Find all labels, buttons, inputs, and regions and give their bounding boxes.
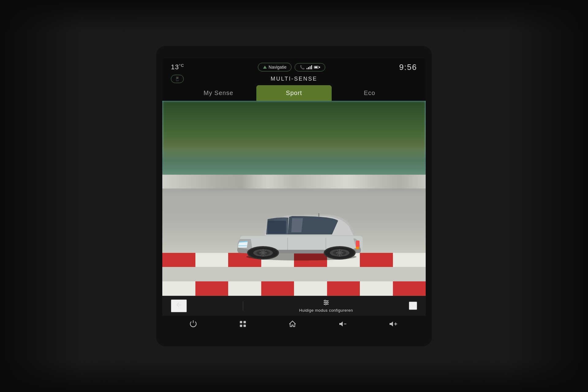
navigation-button[interactable]: Navigatie — [258, 63, 292, 71]
svg-rect-34 — [243, 325, 246, 327]
nav-vol-up-button[interactable] — [385, 319, 402, 329]
screen-title: MULTI-SENSE — [271, 76, 318, 82]
tab-my-sense[interactable]: My Sense — [181, 85, 256, 101]
phone-button[interactable]: 📞 — [295, 63, 325, 71]
second-bar: 📱 MULTI-SENSE — [162, 74, 426, 85]
bottom-nav — [162, 316, 426, 334]
nav-power-button[interactable] — [186, 319, 201, 329]
signal-bars — [307, 65, 312, 69]
navigation-label: Navigatie — [269, 65, 286, 70]
svg-point-28 — [324, 300, 326, 302]
configure-button[interactable]: Huidige modus configureren — [299, 299, 353, 313]
battery-tip — [319, 67, 320, 68]
mode-image-area — [162, 101, 426, 296]
signal-bar-3 — [310, 66, 311, 69]
track-scene — [162, 101, 426, 296]
back-button[interactable] — [171, 299, 187, 312]
left-vignette — [0, 0, 138, 392]
phone-icon: 📞 — [300, 65, 305, 70]
svg-rect-23 — [356, 247, 359, 249]
battery-body — [314, 66, 319, 69]
temperature-value: 13°C — [171, 63, 184, 71]
tab-eco[interactable]: Eco — [332, 85, 407, 101]
battery-icon — [314, 66, 320, 69]
signal-bar-2 — [308, 67, 309, 69]
nav-grid-button[interactable] — [235, 319, 251, 329]
top-center-controls: Navigatie 📞 — [258, 63, 325, 71]
configure-label: Huidige modus configureren — [299, 308, 353, 313]
bottom-vignette — [0, 361, 588, 392]
action-divider — [243, 301, 243, 310]
car-image — [228, 199, 375, 261]
svg-rect-5 — [356, 241, 360, 247]
more-dots-icon: ··· — [409, 302, 417, 309]
nav-vol-down-button[interactable] — [334, 319, 351, 329]
more-button[interactable]: ··· — [409, 302, 417, 310]
navigation-icon — [263, 66, 267, 69]
signal-bar-1 — [307, 68, 307, 69]
svg-rect-32 — [243, 321, 246, 323]
svg-rect-2 — [268, 221, 286, 234]
phone-small-icon: 📱 — [175, 77, 180, 81]
action-bar: Huidige modus configureren ··· — [162, 296, 426, 316]
time-display: 9:56 — [399, 63, 417, 72]
infotainment-screen: 13°C Navigatie 📞 — [162, 58, 426, 334]
right-vignette — [450, 0, 588, 392]
track-barrier — [162, 175, 426, 190]
signal-bar-4 — [311, 65, 312, 69]
tab-sport[interactable]: Sport — [256, 85, 332, 101]
device-frame: 13°C Navigatie 📞 — [156, 46, 432, 346]
nav-home-button[interactable] — [285, 319, 300, 329]
phone-small-button[interactable]: 📱 — [171, 75, 184, 83]
svg-rect-33 — [240, 325, 242, 327]
battery-fill — [315, 67, 318, 68]
top-bar: 13°C Navigatie 📞 — [162, 58, 426, 74]
svg-point-29 — [326, 302, 328, 303]
svg-point-30 — [325, 303, 326, 305]
svg-rect-31 — [240, 321, 242, 323]
svg-rect-24 — [318, 213, 319, 217]
curb-row-mid — [162, 267, 426, 281]
tabs-bar: My Sense Sport Eco — [162, 85, 426, 101]
sliders-icon — [323, 299, 330, 307]
top-vignette — [0, 0, 588, 31]
curb-row-bot — [162, 281, 426, 296]
temperature-display: 13°C — [171, 63, 184, 71]
